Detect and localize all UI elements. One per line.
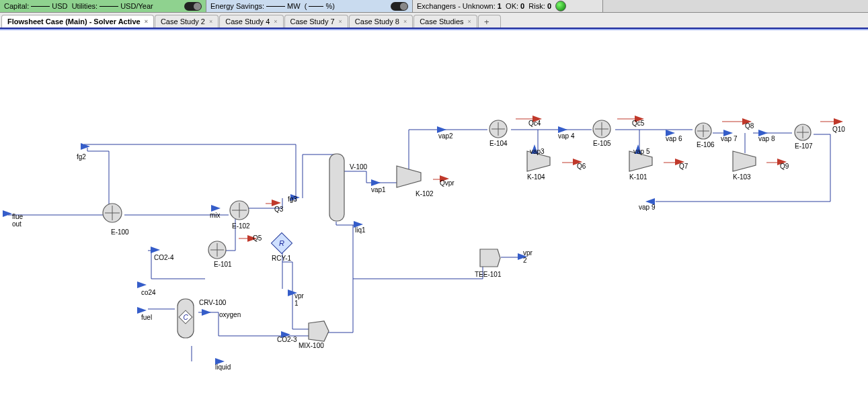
stream-flue-out[interactable]	[3, 210, 12, 217]
tab-bar: Flowsheet Case (Main) - Solver Active × …	[0, 13, 868, 29]
plus-icon: +	[484, 17, 489, 27]
energy-toggle[interactable]	[391, 2, 408, 11]
utilities-value	[100, 6, 118, 7]
label-flue-out: flue out	[12, 213, 23, 228]
tab-flowsheet-main[interactable]: Flowsheet Case (Main) - Solver Active ×	[1, 15, 154, 28]
label-v100: V-100	[350, 163, 367, 171]
unit-e107[interactable]	[793, 123, 812, 142]
stream-co24[interactable]	[137, 281, 147, 288]
tab-case-study-4[interactable]: Case Study 4 ×	[219, 15, 283, 28]
unit-tee101[interactable]	[477, 247, 502, 269]
tab-label: Case Study 7	[290, 17, 335, 26]
svg-marker-9	[397, 166, 421, 187]
label-q5: Q5	[253, 234, 262, 242]
label-k102: K-102	[416, 190, 434, 197]
label-q6: Q6	[577, 163, 586, 170]
utilities-label: Utilities:	[72, 2, 98, 10]
label-vap3: vap3	[530, 148, 545, 155]
add-tab-button[interactable]: +	[478, 15, 501, 28]
utilities-unit: USD/Year	[120, 2, 153, 10]
unit-e105[interactable]	[592, 119, 612, 139]
svg-marker-19	[81, 143, 90, 150]
tab-case-study-7[interactable]: Case Study 7 ×	[284, 15, 348, 28]
ex-risk-value: 0	[547, 2, 551, 10]
unit-e100[interactable]	[101, 202, 124, 224]
economics-pane: Capital: USD Utilities: USD/Year	[0, 0, 206, 12]
stream-co2-4[interactable]	[151, 247, 160, 253]
stream-vap1[interactable]	[371, 179, 381, 186]
label-k101: K-101	[629, 173, 647, 181]
stream-oxygen[interactable]	[202, 309, 211, 316]
flowsheet-canvas[interactable]: E-100 E-101 E-102 C CRV-100 R RCY-1 V-10…	[0, 29, 868, 397]
energy-unit: MW	[287, 2, 301, 10]
recycle-badge: R	[279, 239, 284, 247]
unit-k103[interactable]	[732, 150, 757, 173]
capital-value	[31, 6, 50, 7]
label-vap4: vap 4	[558, 132, 574, 140]
label-e104: E-104	[489, 140, 508, 147]
tab-case-studies[interactable]: Case Studies ×	[413, 15, 477, 28]
label-vap7: vap 7	[721, 135, 737, 142]
unit-mix100[interactable]	[307, 319, 331, 343]
close-icon[interactable]: ×	[339, 18, 342, 25]
label-mix: mix	[210, 212, 221, 219]
label-e107: E-107	[795, 142, 813, 150]
label-co2-3: CO2-3	[277, 336, 297, 343]
close-icon[interactable]: ×	[468, 18, 471, 25]
close-icon[interactable]: ×	[403, 18, 407, 25]
stream-q10[interactable]	[834, 118, 843, 125]
label-q9: Q9	[780, 163, 789, 170]
label-liq1: liq1	[355, 226, 366, 234]
unit-e106[interactable]	[694, 122, 713, 140]
svg-marker-22	[137, 307, 147, 314]
label-fuel: fuel	[141, 314, 152, 321]
unit-e104[interactable]	[488, 119, 508, 139]
ex-ok-label: OK:	[506, 2, 518, 10]
label-vap5: vap 5	[633, 148, 649, 155]
label-fg2: fg2	[77, 153, 86, 161]
label-qc4: Qc4	[528, 120, 541, 127]
label-tee101: TEE-101	[475, 271, 501, 278]
svg-marker-20	[151, 247, 160, 253]
capital-label: Capital:	[4, 2, 29, 10]
label-vap9: vap 9	[639, 204, 655, 211]
pct-open: (	[305, 2, 307, 10]
status-led-icon[interactable]	[555, 1, 566, 11]
unit-crv100[interactable]: C	[173, 294, 198, 346]
tab-label: Case Study 2	[161, 17, 205, 26]
close-icon[interactable]: ×	[145, 18, 148, 25]
stream-fg2[interactable]	[81, 143, 90, 150]
unit-e101[interactable]	[207, 240, 227, 260]
connectors-layer	[0, 30, 868, 397]
label-e106: E-106	[697, 141, 715, 148]
svg-rect-7	[329, 154, 344, 221]
ex-label: Exchangers - Unknown:	[417, 2, 496, 10]
label-vap2: vap2	[438, 132, 453, 140]
economics-toggle[interactable]	[184, 2, 202, 11]
label-e100: E-100	[111, 228, 129, 236]
label-q10: Q10	[832, 126, 845, 133]
stream-mix[interactable]	[211, 205, 221, 212]
label-q3: Q3	[274, 206, 283, 213]
svg-marker-18	[3, 210, 12, 217]
unit-e102[interactable]	[229, 200, 250, 221]
unit-k102[interactable]	[395, 165, 422, 189]
label-crv100: CRV-100	[199, 299, 226, 306]
unit-v100[interactable]	[327, 151, 347, 224]
unit-rcy1[interactable]: R	[272, 233, 292, 253]
stream-fuel[interactable]	[137, 307, 147, 314]
tab-label: Case Study 8	[355, 17, 399, 26]
energy-value	[266, 6, 285, 7]
svg-marker-24	[211, 205, 221, 212]
label-vap1: vap1	[371, 186, 386, 193]
close-icon[interactable]: ×	[274, 18, 277, 25]
close-icon[interactable]: ×	[209, 18, 212, 25]
svg-text:C: C	[183, 314, 188, 321]
tab-case-study-2[interactable]: Case Study 2 ×	[155, 15, 219, 28]
tab-case-study-8[interactable]: Case Study 8 ×	[349, 15, 413, 28]
ex-ok-value: 0	[520, 2, 524, 10]
ex-risk-label: Risk:	[528, 2, 545, 10]
energy-pane: Energy Savings: MW ( %)	[206, 0, 413, 12]
label-e101: E-101	[214, 261, 232, 268]
tab-label: Case Studies	[420, 17, 463, 26]
